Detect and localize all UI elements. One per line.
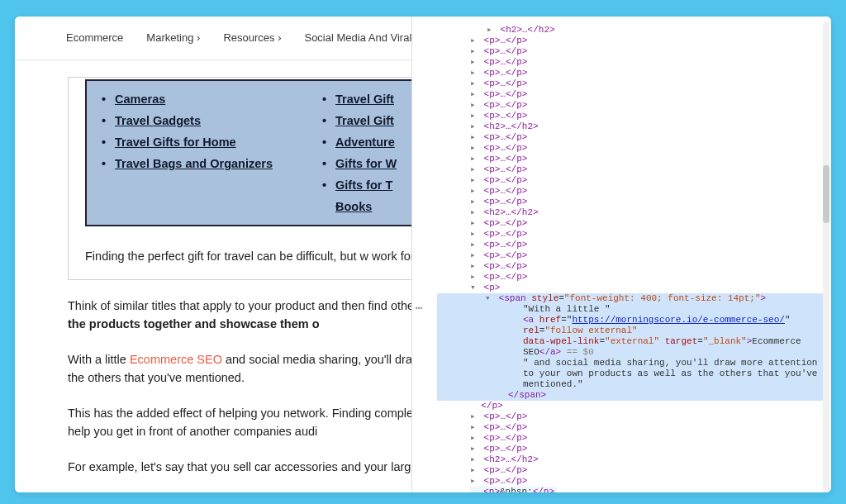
dom-node[interactable]: ▸ <p>…</p> — [470, 476, 825, 487]
dom-node[interactable]: ▸ <p>…</p> — [470, 154, 825, 164]
figure-caption: Finding the perfect gift for travel can … — [85, 248, 411, 266]
list-link[interactable]: Books — [335, 200, 397, 213]
dom-node[interactable]: ▸ <p>…</p> — [470, 261, 825, 272]
paragraph: For example, let's say that you sell car… — [68, 458, 411, 476]
nav-social[interactable]: Social Media And Viral B — [304, 31, 411, 44]
list-link[interactable]: Gifts for W — [322, 157, 397, 170]
devtools-elements-panel[interactable]: ⋯ ▸ <h2>…</h2> ▸ <p>…</p> ▸ <p>…</p> ▸ <… — [411, 17, 831, 492]
dom-node[interactable]: ▸ <p>…</p> — [470, 411, 825, 422]
embedded-figure: Cameras Travel Gadgets Travel Gifts for … — [68, 77, 411, 280]
dom-node[interactable]: ▸ <p>…</p> — [470, 36, 825, 46]
dom-node[interactable]: ▸ <p>…</p> — [470, 57, 825, 68]
ecommerce-seo-link[interactable]: Ecommerce SEO — [130, 353, 222, 366]
dom-node[interactable]: <p>&nbsp;</p> — [470, 487, 557, 492]
dom-node[interactable]: ▸ <h2>…</h2> — [470, 454, 825, 465]
dom-node[interactable]: ▸ <p>…</p> — [470, 89, 825, 100]
paragraph: With a little Ecommerce SEO and social m… — [68, 350, 411, 388]
list-link[interactable]: Travel Gifts for Home — [102, 136, 273, 149]
dom-node[interactable]: ▸ <p>…</p> — [470, 272, 825, 283]
scrollbar-thumb[interactable] — [823, 165, 829, 223]
list-link[interactable]: Travel Gadgets — [102, 114, 273, 127]
dom-node[interactable]: ▸ <p>…</p> — [470, 229, 825, 240]
dom-node[interactable]: ▸ <p>…</p> — [470, 175, 825, 186]
dom-node[interactable]: ▸ <p>…</p> — [470, 186, 825, 197]
nav-resources[interactable]: Resources › — [223, 31, 281, 44]
dom-node[interactable]: ▸ <p>…</p> — [470, 240, 825, 250]
list-link[interactable]: Travel Gift — [322, 114, 397, 127]
dom-node[interactable]: ▸ <p>…</p> — [470, 46, 825, 57]
dom-node[interactable]: ▸ <p>…</p> — [470, 422, 825, 433]
top-nav: Ecommerce Marketing › Resources › Social… — [15, 17, 411, 57]
dom-node[interactable]: ▸ <h2>…</h2> — [487, 25, 825, 36]
dom-node[interactable]: ▸ <p>…</p> — [470, 465, 825, 476]
dom-node[interactable]: ▸ <p>…</p> — [470, 250, 825, 261]
dom-node[interactable]: ▸ <h2>…</h2> — [470, 121, 825, 132]
ellipsis-icon[interactable]: ⋯ — [416, 301, 422, 315]
dom-node[interactable]: ▸ <p>…</p> — [470, 197, 825, 207]
paragraph: This has the added effect of helping you… — [68, 404, 411, 441]
list-link[interactable]: Travel Bags and Organizers — [102, 157, 273, 170]
dom-selected-node[interactable]: ▾ <span style="font-weight: 400; font-si… — [437, 293, 825, 401]
list-link[interactable]: Adventure — [322, 136, 397, 149]
dom-node[interactable]: ▸ <p>…</p> — [470, 111, 825, 121]
dom-node[interactable]: ▸ <p>…</p> — [470, 132, 825, 143]
list-link[interactable]: Travel Gift — [322, 93, 397, 106]
dom-node[interactable]: ▸ <p>…</p> — [470, 68, 825, 78]
dom-node[interactable]: ▸ <p>…</p> — [470, 143, 825, 154]
nav-ecommerce[interactable]: Ecommerce — [66, 31, 123, 44]
dom-node[interactable]: ▸ <p>…</p> — [470, 78, 825, 89]
dom-node[interactable]: ▸ <p>…</p> — [470, 100, 825, 111]
dom-node[interactable]: ▸ <h2>…</h2> — [470, 207, 825, 218]
dom-node-expanded[interactable]: ▾ <p> — [470, 283, 825, 293]
dom-node[interactable]: ▸ <p>…</p> — [470, 164, 825, 175]
dom-node[interactable]: </p> — [470, 401, 825, 411]
nav-divider — [15, 59, 411, 60]
paragraph: Think of similar titles that apply to yo… — [68, 297, 411, 334]
list-link[interactable]: Cameras — [102, 93, 273, 106]
list-link[interactable]: Gifts for T — [322, 178, 397, 192]
nav-marketing[interactable]: Marketing › — [146, 31, 200, 44]
article-page: Ecommerce Marketing › Resources › Social… — [15, 17, 411, 492]
dom-node[interactable]: ▸ <p>…</p> — [470, 218, 825, 229]
dom-node[interactable]: ▸ <p>…</p> — [470, 444, 825, 454]
dom-node[interactable]: ▸ <p>…</p> — [470, 433, 825, 444]
